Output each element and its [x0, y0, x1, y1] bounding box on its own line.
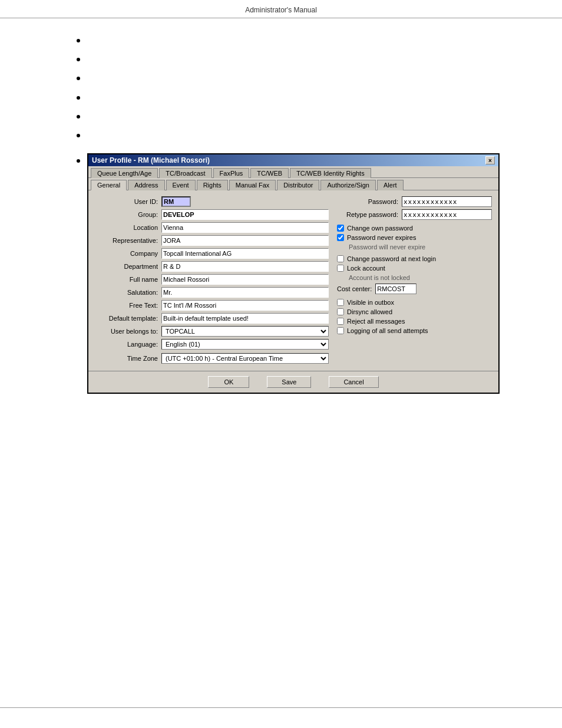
password-never-expires-row: Password never expires: [337, 234, 490, 241]
reject-messages-checkbox[interactable]: [337, 318, 344, 325]
tab-queue-length[interactable]: Queue Length/Age: [91, 168, 158, 178]
bullet-dot: [77, 58, 80, 61]
change-own-password-row: Change own password: [337, 225, 490, 232]
group-label: Group:: [97, 211, 161, 218]
group-input[interactable]: [161, 209, 329, 220]
change-at-next-login-checkbox[interactable]: [337, 255, 344, 262]
fullname-input[interactable]: [161, 274, 329, 285]
tab-tc-web[interactable]: TC/WEB: [250, 168, 289, 178]
visible-outbox-checkbox[interactable]: [337, 299, 344, 306]
form-left: User ID: Group: Location: [97, 196, 329, 365]
tab-manual-fax[interactable]: Manual Fax: [229, 180, 276, 190]
company-label: Company: [97, 250, 161, 257]
user-belongs-row: User belongs to: TOPCALL: [97, 326, 329, 337]
salutation-label: Salutation:: [97, 289, 161, 296]
visible-outbox-row: Visible in outbox: [337, 299, 490, 306]
language-select[interactable]: English (01): [161, 339, 329, 350]
tab-faxplus[interactable]: FaxPlus: [213, 168, 250, 178]
language-wrapper: English (01): [161, 339, 329, 350]
page-header: Administrator's Manual: [0, 0, 562, 18]
dialog-title: User Profile - RM (Michael Rossori): [92, 156, 210, 164]
password-never-expire-text: Password will never expire: [349, 243, 490, 251]
lock-account-label: Lock account: [347, 265, 385, 272]
representative-input[interactable]: [161, 235, 329, 246]
dirsync-allowed-row: Dirsync allowed: [337, 308, 490, 315]
default-template-row: Default template:: [97, 313, 329, 324]
dialog-window: User Profile - RM (Michael Rossori) × Qu…: [87, 153, 500, 394]
dirsync-allowed-label: Dirsync allowed: [347, 308, 392, 315]
bullet-text: [87, 93, 90, 104]
cost-center-input[interactable]: [375, 284, 416, 294]
tab-authorize-sign[interactable]: Authorize/Sign: [320, 180, 376, 190]
bullet-dot: [77, 159, 80, 163]
tab-tc-broadcast[interactable]: TC/Broadcast: [159, 168, 211, 178]
password-input[interactable]: [402, 196, 492, 207]
user-belongs-label: User belongs to:: [97, 328, 161, 335]
department-row: Department: [97, 261, 329, 272]
tab-tc-web-identity[interactable]: TC/WEB Identity Rights: [290, 168, 371, 178]
company-row: Company: [97, 248, 329, 259]
header-text: Administrator's Manual: [245, 6, 317, 14]
timezone-select[interactable]: (UTC +01:00 h) - Central European Time: [161, 353, 329, 364]
user-belongs-wrapper: TOPCALL: [161, 326, 329, 337]
visible-outbox-label: Visible in outbox: [347, 299, 394, 306]
logging-checkbox[interactable]: [337, 327, 344, 334]
list-item: [71, 74, 515, 84]
close-button[interactable]: ×: [485, 156, 495, 164]
lock-account-row: Lock account: [337, 265, 490, 272]
retype-password-input[interactable]: [402, 209, 492, 220]
bullet-text: [87, 112, 90, 123]
reject-messages-label: Reject all messages: [347, 318, 405, 325]
user-id-input[interactable]: [161, 196, 191, 207]
company-input[interactable]: [161, 248, 329, 259]
retype-password-row: Retype password:: [337, 209, 490, 220]
salutation-input[interactable]: [161, 287, 329, 298]
salutation-row: Salutation:: [97, 287, 329, 298]
reject-messages-row: Reject all messages: [337, 318, 490, 325]
default-template-input[interactable]: [161, 313, 329, 324]
change-own-password-checkbox[interactable]: [337, 225, 344, 232]
dirsync-allowed-checkbox[interactable]: [337, 308, 344, 315]
default-template-label: Default template:: [97, 315, 161, 322]
form-right: Password: Retype password:: [337, 196, 490, 365]
bullet-dot: [77, 115, 80, 118]
tab-row-1: Queue Length/Age TC/Broadcast FaxPlus TC…: [88, 166, 498, 178]
tab-address[interactable]: Address: [128, 180, 164, 190]
dialog-titlebar: User Profile - RM (Michael Rossori) ×: [88, 154, 498, 166]
representative-row: Representative:: [97, 235, 329, 246]
lock-account-checkbox[interactable]: [337, 265, 344, 272]
tab-row-2: General Address Event Rights Manual Fax …: [88, 178, 498, 190]
list-item: [71, 112, 515, 123]
location-label: Location: [97, 224, 161, 231]
department-input[interactable]: [161, 261, 329, 272]
tab-rights[interactable]: Rights: [197, 180, 228, 190]
cost-center-row: Cost center:: [337, 284, 490, 294]
tab-event[interactable]: Event: [166, 180, 196, 190]
bullet-section: [71, 36, 515, 141]
tab-general[interactable]: General: [91, 180, 127, 190]
user-id-row: User ID:: [97, 196, 329, 207]
list-item: [71, 55, 515, 65]
logging-row: Logging of all send attempts: [337, 327, 490, 334]
location-input[interactable]: [161, 222, 329, 233]
cancel-button[interactable]: Cancel: [329, 376, 378, 388]
change-at-next-login-label: Change password at next login: [347, 255, 436, 262]
dialog-footer: OK Save Cancel: [88, 371, 498, 393]
tab-distributor[interactable]: Distributor: [277, 180, 319, 190]
tab-alert[interactable]: Alert: [377, 180, 404, 190]
password-never-expires-checkbox[interactable]: [337, 234, 344, 241]
fullname-label: Full name: [97, 276, 161, 283]
representative-label: Representative:: [97, 237, 161, 244]
language-label: Language:: [97, 341, 161, 348]
timezone-wrapper: (UTC +01:00 h) - Central European Time: [161, 353, 329, 364]
password-never-expires-label: Password never expires: [347, 234, 416, 241]
user-belongs-select[interactable]: TOPCALL: [161, 326, 329, 337]
ok-button[interactable]: OK: [208, 376, 249, 388]
freetext-row: Free Text:: [97, 300, 329, 311]
freetext-input[interactable]: [161, 300, 329, 311]
bullet-text: [87, 74, 90, 84]
user-id-label: User ID:: [97, 198, 161, 205]
save-button[interactable]: Save: [267, 376, 311, 388]
list-item: [71, 131, 515, 141]
dialog-body: User ID: Group: Location: [88, 190, 498, 371]
